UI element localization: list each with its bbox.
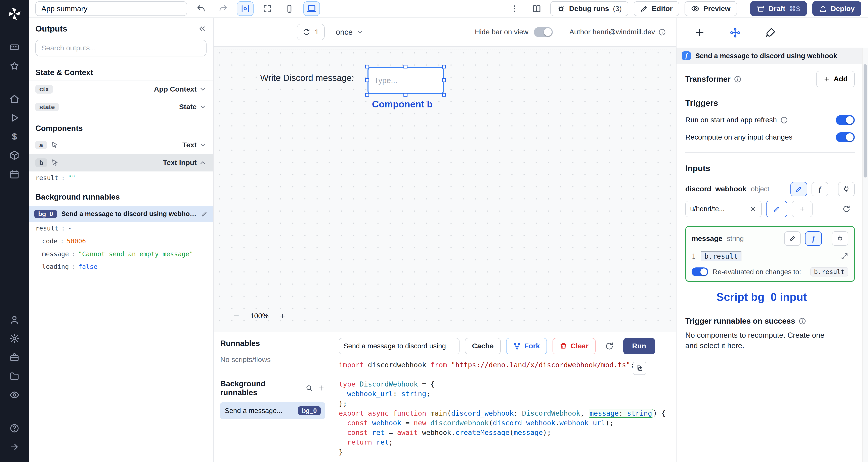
audit-logs-eye-icon[interactable] (4, 386, 24, 404)
resource-value-input[interactable]: u/henri/te... (685, 201, 762, 218)
center-width-button[interactable] (237, 1, 254, 16)
variables-icon[interactable]: $ (4, 127, 24, 146)
settings-panel: f Send a message to discord using webhoo… (677, 18, 868, 462)
resize-handle[interactable] (365, 78, 369, 82)
brush-icon (765, 27, 776, 38)
undo-button[interactable] (193, 1, 209, 16)
resize-handle[interactable] (442, 65, 446, 68)
static-edit-button[interactable] (790, 182, 807, 196)
preview-button[interactable]: Preview (685, 1, 737, 16)
toggle-knob (846, 116, 854, 124)
favorites-star-icon[interactable] (4, 57, 24, 75)
bg0-row[interactable]: bg_0 Send a message to discord using web… (29, 206, 213, 222)
component-b-row[interactable]: b Text Input (29, 154, 213, 171)
more-menu-button[interactable] (506, 1, 523, 16)
hide-bar-toggle[interactable] (534, 27, 553, 37)
search-icon[interactable] (305, 384, 313, 392)
runnable-title-input[interactable] (339, 338, 460, 355)
tab-insert-component[interactable] (694, 27, 705, 38)
chevron-down-icon (356, 28, 364, 36)
edit-pencil-icon[interactable] (201, 210, 208, 217)
tab-component-settings[interactable] (730, 27, 741, 38)
schedule-select[interactable]: once (336, 28, 364, 37)
zoom-in-button[interactable]: + (275, 308, 290, 323)
debug-runs-button[interactable]: Debug runs (3) (550, 1, 628, 16)
cache-button[interactable]: Cache (465, 338, 501, 355)
fullscreen-button[interactable] (259, 1, 276, 16)
deploy-button[interactable]: Deploy (812, 1, 861, 16)
transformer-row: Transformer Add (685, 71, 855, 88)
code-line: const ret = await webhook.createMessage(… (339, 428, 670, 437)
redo-button[interactable] (215, 1, 231, 16)
help-icon[interactable] (4, 419, 24, 438)
textinput-component-b[interactable] (367, 66, 445, 96)
expression-value[interactable]: b.result (701, 251, 741, 261)
result-key: result (35, 174, 58, 182)
clear-button[interactable]: Clear (553, 338, 596, 355)
zoom-out-button[interactable]: − (229, 308, 244, 323)
users-icon[interactable] (4, 310, 24, 329)
workers-icon[interactable] (4, 348, 24, 367)
info-icon[interactable] (780, 116, 788, 124)
eval-input-button[interactable]: f (811, 182, 828, 196)
resize-handle[interactable] (403, 65, 407, 68)
add-transformer-button[interactable]: Add (816, 71, 855, 88)
scrollbar-thumb[interactable] (864, 64, 867, 178)
component-a-row[interactable]: a Text (29, 136, 213, 154)
info-icon[interactable] (658, 28, 666, 36)
reeval-toggle[interactable] (691, 267, 708, 276)
recompute-toggle[interactable] (836, 132, 855, 142)
refresh-code-button[interactable] (601, 338, 618, 355)
selected-runnable-header[interactable]: f Send a message to discord using webhoo… (677, 47, 868, 64)
windmill-logo[interactable] (4, 4, 24, 23)
settings-gear-icon[interactable] (4, 329, 24, 348)
run-on-start-toggle[interactable] (836, 115, 855, 125)
app-canvas[interactable]: Write Discord message: Component b (214, 46, 676, 332)
component-b-input[interactable] (368, 67, 444, 95)
text-component-a[interactable]: Write Discord message: (260, 73, 354, 83)
add-resource-button[interactable] (792, 201, 813, 218)
debug-runs-count: (3) (613, 5, 622, 13)
resize-handle[interactable] (365, 65, 369, 68)
static-edit-button[interactable] (784, 231, 801, 246)
code-editor[interactable]: import discordwebhook from "https://deno… (339, 360, 670, 456)
docs-book-button[interactable] (528, 1, 545, 16)
fork-button[interactable]: Fork (506, 338, 547, 355)
info-icon[interactable] (799, 317, 806, 325)
tab-styling[interactable] (765, 27, 776, 38)
schedules-calendar-icon[interactable] (4, 165, 24, 184)
clear-value-icon[interactable] (750, 205, 757, 212)
state-row[interactable]: state State (29, 98, 213, 116)
runs-icon[interactable] (4, 108, 24, 127)
home-icon[interactable] (4, 90, 24, 108)
expand-sidebar-icon[interactable] (4, 437, 24, 456)
mobile-view-button[interactable] (281, 1, 298, 16)
resize-handle[interactable] (442, 93, 446, 97)
editor-button[interactable]: Editor (634, 1, 679, 16)
app-summary-input[interactable] (35, 1, 187, 16)
outputs-search-input[interactable] (35, 40, 207, 57)
connect-input-button[interactable] (832, 231, 848, 246)
runnable-item-bg0[interactable]: Send a message... bg_0 (220, 402, 325, 419)
eval-input-button[interactable]: f (805, 231, 822, 246)
refresh-resource-button[interactable] (838, 201, 855, 218)
ctx-row[interactable]: ctx App Context (29, 80, 213, 98)
run-button[interactable]: Run (623, 338, 655, 355)
draft-button[interactable]: Draft ⌘S (750, 1, 807, 16)
info-icon[interactable] (734, 75, 742, 83)
refresh-count-pill[interactable]: 1 (297, 24, 325, 40)
copy-code-widget[interactable] (633, 362, 646, 375)
desktop-view-button[interactable] (303, 1, 320, 16)
edit-resource-button[interactable] (766, 201, 787, 218)
resize-handle[interactable] (365, 93, 369, 97)
collapse-panel-icon[interactable] (198, 24, 207, 33)
connect-input-button[interactable] (838, 182, 855, 196)
resources-icon[interactable] (4, 146, 24, 165)
expand-editor-icon[interactable] (841, 253, 848, 260)
resize-handle[interactable] (442, 78, 446, 82)
add-runnable-icon[interactable] (317, 384, 325, 392)
apps-icon[interactable] (4, 38, 24, 57)
input-name: discord_webhook (685, 185, 746, 193)
resize-handle[interactable] (403, 93, 407, 97)
folders-icon[interactable] (4, 367, 24, 386)
